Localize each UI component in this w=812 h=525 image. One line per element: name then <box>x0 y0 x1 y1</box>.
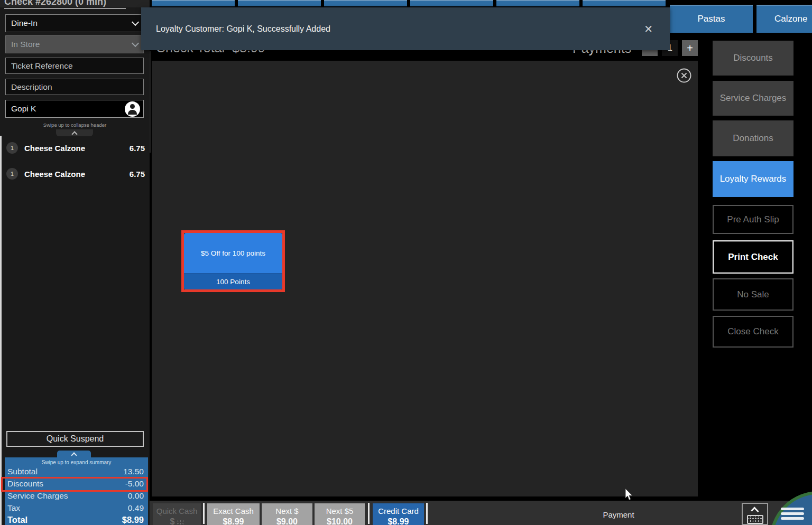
credit-card-button[interactable]: Credit Card $8.99 <box>373 503 424 525</box>
customer-field[interactable]: Gopi K <box>5 100 144 118</box>
category-tab[interactable] <box>583 0 666 6</box>
panel-close-icon[interactable] <box>677 68 691 83</box>
pre-auth-slip-button[interactable]: Pre Auth Slip <box>713 205 793 234</box>
category-tab[interactable] <box>410 0 493 6</box>
chevron-up-icon <box>71 131 77 137</box>
category-tab-row <box>152 0 666 6</box>
next-dollar-button[interactable]: Next $ $9.00 <box>262 503 312 525</box>
item-price: 6.75 <box>130 170 145 179</box>
summary-row-subtotal: Subtotal13.50 <box>7 467 144 477</box>
payment-section-label: Payment <box>582 510 656 519</box>
divider <box>4 8 126 9</box>
order-type-dropdown[interactable]: Dine-In <box>5 14 144 32</box>
item-name: Cheese Calzone <box>24 170 130 179</box>
expand-summary-handle[interactable] <box>57 451 91 457</box>
reward-card-5-off[interactable]: $5 Off for 100 points 100 Points <box>184 233 282 289</box>
close-check-button[interactable]: Close Check <box>713 316 793 348</box>
notification-close-icon[interactable]: ✕ <box>640 21 657 38</box>
item-name: Cheese Calzone <box>24 144 130 153</box>
keyboard-icon <box>747 515 763 524</box>
summary-row-service-charges: Service Charges0.00 <box>7 491 144 502</box>
print-check-button[interactable]: Print Check <box>713 240 793 274</box>
discounts-button[interactable]: Discounts <box>713 41 793 76</box>
channel-dropdown[interactable]: In Store <box>5 35 144 53</box>
item-qty-badge: 1 <box>6 142 18 154</box>
notification-message: Loyalty Customer: Gopi K, Successfully A… <box>156 24 330 34</box>
donations-button[interactable]: Donations <box>713 120 793 156</box>
tab-pastas[interactable]: Pastas <box>670 5 753 33</box>
summary-row-discounts: Discounts-5.00 <box>7 479 144 490</box>
item-qty-badge: 1 <box>6 168 18 180</box>
category-tab[interactable] <box>152 0 235 6</box>
payment-bar-separator <box>203 503 205 524</box>
category-tab[interactable] <box>238 0 321 6</box>
collapse-header-hint: Swipe up to collapse header <box>0 122 150 128</box>
chevron-down-icon <box>132 18 139 26</box>
check-item-row[interactable]: 1 Cheese Calzone 6.75 <box>4 140 145 156</box>
ticket-reference-input[interactable] <box>11 61 138 71</box>
check-number-header: Check #262800 (0 min) <box>0 0 150 7</box>
ticket-reference-field[interactable] <box>5 58 144 74</box>
next-five-button[interactable]: Next $5 $10.00 <box>315 503 365 525</box>
no-sale-button[interactable]: No Sale <box>713 278 793 311</box>
description-field[interactable] <box>5 79 144 95</box>
check-item-row[interactable]: 1 Cheese Calzone 6.75 <box>4 166 145 182</box>
item-price: 6.75 <box>130 144 145 153</box>
chevron-up-icon <box>751 507 759 515</box>
collapse-header-handle[interactable] <box>56 129 93 136</box>
description-input[interactable] <box>11 82 138 92</box>
loyalty-rewards-button[interactable]: Loyalty Rewards <box>713 161 793 197</box>
summary-row-total: Total$8.99 <box>7 515 144 525</box>
loyalty-success-notification: Loyalty Customer: Gopi K, Successfully A… <box>141 7 670 50</box>
keypad-dots-icon <box>176 519 183 525</box>
category-tab[interactable] <box>496 0 579 6</box>
keyboard-toggle-button[interactable] <box>742 503 768 525</box>
tab-calzone[interactable]: Calzone <box>756 5 812 33</box>
pos-screen: Pastas Calzone Check #262800 (0 min) Din… <box>0 0 812 525</box>
chevron-down-icon <box>132 40 139 47</box>
selected-reward-annotation: $5 Off for 100 points 100 Points <box>181 230 285 292</box>
payment-bar-separator <box>426 503 428 524</box>
hamburger-icon <box>781 508 804 510</box>
payments-increment-button[interactable]: + <box>682 40 698 56</box>
expand-summary-hint: Swipe up to expand summary <box>5 460 148 465</box>
exact-cash-button[interactable]: Exact Cash $8.99 <box>207 503 260 525</box>
customer-contact-icon[interactable] <box>125 101 140 117</box>
summary-row-tax: Tax0.49 <box>7 503 144 514</box>
quick-suspend-button[interactable]: Quick Suspend <box>6 431 144 447</box>
category-tab[interactable] <box>324 0 407 6</box>
service-charges-button[interactable]: Service Charges <box>713 81 793 116</box>
item-list-scrollbar[interactable] <box>0 136 2 525</box>
payment-bar-separator <box>368 503 370 524</box>
check-sidebar: Check #262800 (0 min) Dine-In In Store G… <box>0 0 150 525</box>
quick-cash-button[interactable]: Quick Cash $ <box>153 503 201 525</box>
